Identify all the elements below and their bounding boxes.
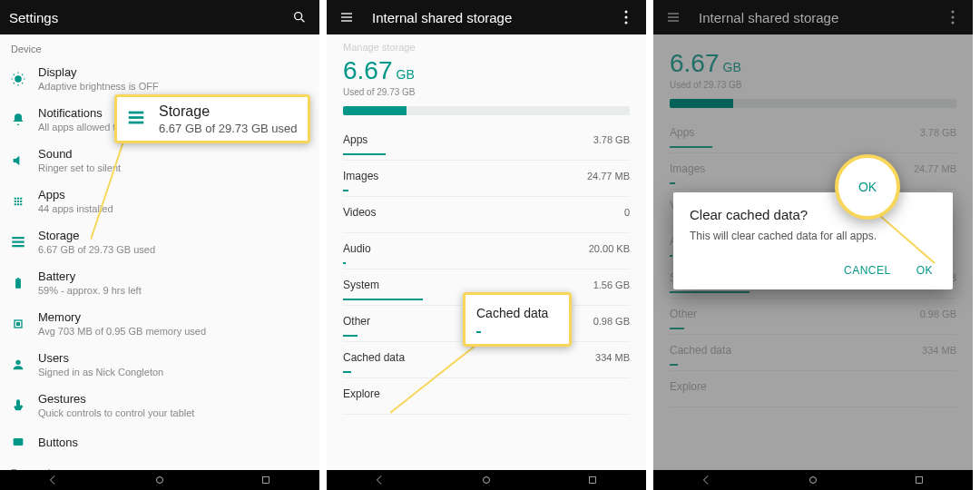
svg-point-31	[952, 16, 955, 19]
cancel-button[interactable]: CANCEL	[840, 259, 895, 282]
category-apps[interactable]: Apps3.78 GB	[327, 124, 646, 161]
item-display[interactable]: DisplayAdaptive brightness is OFF	[0, 58, 319, 99]
appbar: Internal shared storage	[327, 0, 646, 34]
page-title: Internal shared storage	[372, 10, 512, 25]
menu-icon[interactable]	[662, 6, 684, 28]
item-memory[interactable]: MemoryAvg 703 MB of 0.95 GB memory used	[0, 303, 319, 344]
item-users[interactable]: UsersSigned in as Nick Congleton	[0, 344, 319, 385]
svg-point-2	[15, 75, 22, 83]
appbar: Internal shared storage	[653, 0, 973, 34]
category-audio[interactable]: Audio20.00 KB	[327, 233, 646, 270]
bell-icon	[9, 111, 27, 129]
svg-rect-4	[12, 240, 24, 242]
item-gestures[interactable]: GesturesQuick controls to control your t…	[0, 385, 319, 426]
svg-rect-11	[14, 438, 24, 446]
buttons-icon	[9, 433, 27, 451]
sound-icon	[9, 152, 27, 170]
clear-cache-dialog: Clear cached data? This will clear cache…	[673, 192, 953, 289]
svg-rect-34	[916, 477, 923, 484]
nav-home-icon[interactable]	[153, 474, 166, 486]
svg-point-32	[952, 22, 955, 24]
users-icon	[9, 356, 27, 374]
settings-panel: Settings Device DisplayAdaptive brightne…	[0, 0, 327, 490]
svg-point-12	[156, 477, 162, 484]
apps-icon	[9, 192, 27, 211]
display-icon	[9, 70, 27, 88]
storage-panel-dialog: Internal shared storage 6.67GB Used of 2…	[653, 0, 980, 490]
svg-rect-13	[263, 477, 270, 484]
callout-cached: Cached data	[463, 292, 572, 347]
svg-point-23	[625, 22, 628, 24]
navbar	[653, 470, 973, 490]
svg-rect-3	[12, 237, 24, 239]
svg-rect-25	[590, 477, 596, 484]
page-title: Internal shared storage	[699, 10, 838, 25]
nav-back-icon[interactable]	[47, 474, 60, 486]
nav-back-icon[interactable]	[701, 474, 713, 486]
category-images[interactable]: Images24.77 MB	[327, 161, 646, 197]
storage-list[interactable]: Manage storage 6.67GB Used of 29.73 GB A…	[327, 34, 646, 470]
svg-point-0	[295, 13, 302, 20]
svg-point-22	[625, 16, 628, 19]
battery-icon	[9, 274, 27, 292]
navbar	[0, 470, 319, 490]
svg-point-21	[625, 11, 628, 14]
dialog-title: Clear cached data?	[690, 207, 936, 222]
svg-rect-6	[15, 279, 21, 289]
item-battery[interactable]: Battery59% - approx. 9 hrs left	[0, 262, 319, 303]
overflow-icon[interactable]	[615, 6, 637, 28]
nav-home-icon[interactable]	[807, 474, 819, 486]
nav-recent-icon[interactable]	[913, 474, 926, 486]
item-storage[interactable]: Storage6.67 GB of 29.73 GB used	[0, 221, 319, 262]
dialog-message: This will clear cached data for all apps…	[690, 230, 936, 242]
category-cached-data[interactable]: Cached data334 MB	[327, 342, 646, 378]
section-personal: Personal	[0, 458, 319, 470]
nav-home-icon[interactable]	[480, 474, 493, 486]
storage-icon	[126, 108, 148, 130]
storage-bar	[343, 106, 630, 115]
nav-recent-icon[interactable]	[260, 474, 272, 486]
overflow-icon[interactable]	[942, 6, 964, 28]
svg-rect-14	[129, 112, 144, 114]
svg-point-24	[483, 477, 489, 484]
svg-point-10	[15, 359, 20, 364]
navbar	[327, 470, 646, 490]
item-apps[interactable]: Apps44 apps installed	[0, 181, 319, 221]
nav-back-icon[interactable]	[374, 474, 387, 486]
section-device: Device	[0, 34, 319, 58]
svg-line-1	[301, 19, 304, 22]
gestures-icon	[9, 397, 27, 415]
appbar: Settings	[0, 0, 319, 34]
svg-rect-7	[17, 278, 19, 279]
callout-ok: OK	[835, 154, 900, 220]
svg-point-33	[809, 477, 816, 484]
storage-summary: Manage storage 6.67GB Used of 29.73 GB	[327, 34, 646, 101]
svg-point-30	[952, 11, 955, 14]
svg-rect-15	[129, 116, 144, 119]
svg-rect-9	[16, 322, 20, 326]
ok-button[interactable]: OK	[913, 259, 936, 282]
memory-icon	[9, 315, 27, 333]
svg-rect-5	[12, 245, 24, 247]
nav-recent-icon[interactable]	[586, 474, 599, 486]
svg-rect-16	[129, 122, 144, 124]
search-icon[interactable]	[289, 6, 310, 28]
item-buttons[interactable]: Buttons	[0, 426, 319, 458]
menu-icon[interactable]	[336, 6, 358, 28]
page-title: Settings	[9, 10, 58, 25]
item-sound[interactable]: SoundRinger set to silent	[0, 140, 319, 181]
category-explore[interactable]: Explore	[327, 378, 646, 415]
category-videos[interactable]: Videos0	[327, 197, 646, 233]
storage-panel: Internal shared storage Manage storage 6…	[327, 0, 653, 490]
callout-storage: Storage6.67 GB of 29.73 GB used	[114, 94, 310, 143]
storage-icon	[9, 233, 27, 251]
